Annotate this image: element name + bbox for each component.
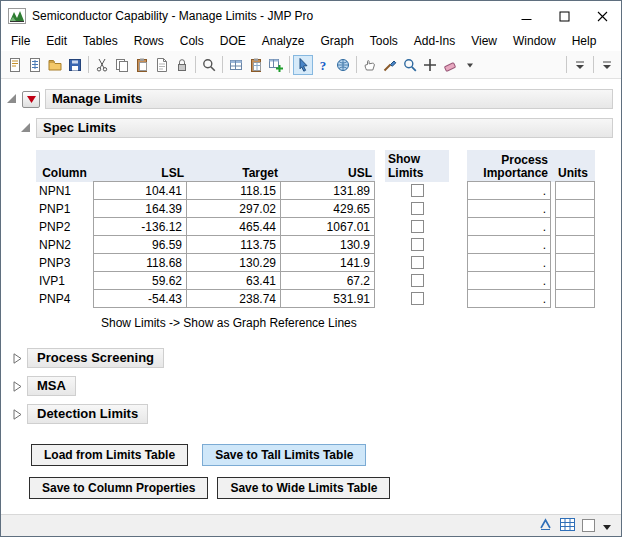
toolbar-options-icon[interactable] [597, 55, 617, 75]
disclosure-open-icon[interactable] [21, 123, 31, 133]
units-field[interactable] [555, 181, 595, 200]
show-limits-checkbox[interactable] [411, 256, 424, 269]
units-field[interactable] [555, 217, 595, 236]
process-importance-field[interactable] [467, 271, 551, 290]
save-to-column-properties-button[interactable]: Save to Column Properties [29, 477, 208, 499]
arrow-cursor-icon[interactable] [293, 55, 313, 75]
target-field[interactable] [187, 289, 281, 308]
grabber-icon[interactable] [360, 55, 380, 75]
help-icon[interactable]: ? [313, 55, 333, 75]
disclosure-closed-icon[interactable] [12, 409, 22, 420]
disclosure-open-icon[interactable] [7, 94, 17, 104]
show-limits-checkbox[interactable] [411, 292, 424, 305]
target-field[interactable] [187, 217, 281, 236]
new-journal-icon[interactable] [5, 55, 25, 75]
lock-icon[interactable] [172, 55, 192, 75]
show-limits-checkbox[interactable] [411, 202, 424, 215]
data-table-icon[interactable] [226, 55, 246, 75]
menu-add-ins[interactable]: Add-Ins [406, 32, 463, 50]
globe-icon[interactable] [333, 55, 353, 75]
menu-tools[interactable]: Tools [362, 32, 406, 50]
search-icon[interactable] [199, 55, 219, 75]
target-field[interactable] [187, 271, 281, 290]
process-importance-field[interactable] [467, 199, 551, 218]
target-field[interactable] [187, 235, 281, 254]
units-field[interactable] [555, 199, 595, 218]
show-limits-checkbox[interactable] [411, 184, 424, 197]
menu-doe[interactable]: DOE [212, 32, 254, 50]
units-field[interactable] [555, 271, 595, 290]
close-button[interactable] [583, 1, 621, 31]
magnifier-icon[interactable] [400, 55, 420, 75]
process-importance-field[interactable] [467, 289, 551, 308]
units-field[interactable] [555, 289, 595, 308]
target-field[interactable] [187, 253, 281, 272]
dropdown-arrow-icon[interactable] [602, 517, 612, 535]
usl-field[interactable] [281, 199, 375, 218]
process-screening-title[interactable]: Process Screening [27, 348, 164, 368]
save-to-tall-limits-table-button[interactable]: Save to Tall Limits Table [202, 444, 366, 466]
menu-view[interactable]: View [463, 32, 505, 50]
maximize-button[interactable] [545, 1, 583, 31]
process-importance-field[interactable] [467, 253, 551, 272]
add-data-table-icon[interactable] [266, 55, 286, 75]
lsl-field[interactable] [93, 271, 187, 290]
process-importance-field[interactable] [467, 181, 551, 200]
menu-file[interactable]: File [3, 32, 38, 50]
disclosure-closed-icon[interactable] [12, 381, 22, 392]
lsl-field[interactable] [93, 199, 187, 218]
caret-up-icon[interactable] [538, 516, 553, 535]
clipboard-table-icon[interactable] [246, 55, 266, 75]
toolbar-overflow-icon[interactable] [570, 55, 590, 75]
lsl-field[interactable] [93, 289, 187, 308]
status-checkbox[interactable] [582, 519, 595, 532]
new-data-table-icon[interactable] [25, 55, 45, 75]
units-field[interactable] [555, 253, 595, 272]
menu-graph[interactable]: Graph [312, 32, 361, 50]
usl-field[interactable] [281, 253, 375, 272]
journal-icon[interactable] [152, 55, 172, 75]
process-importance-field[interactable] [467, 235, 551, 254]
paste-icon[interactable] [132, 55, 152, 75]
show-limits-checkbox[interactable] [411, 274, 424, 287]
show-limits-checkbox[interactable] [411, 238, 424, 251]
show-limits-checkbox[interactable] [411, 220, 424, 233]
load-from-limits-table-button[interactable]: Load from Limits Table [31, 444, 188, 466]
usl-field[interactable] [281, 235, 375, 254]
open-icon[interactable] [45, 55, 65, 75]
menu-analyze[interactable]: Analyze [254, 32, 313, 50]
manage-limits-title[interactable]: Manage Limits [45, 89, 613, 109]
red-triangle-menu-button[interactable] [22, 91, 40, 108]
target-field[interactable] [187, 181, 281, 200]
lsl-field[interactable] [93, 235, 187, 254]
save-icon[interactable] [65, 55, 85, 75]
spec-limits-title[interactable]: Spec Limits [36, 118, 613, 138]
lsl-field[interactable] [93, 181, 187, 200]
units-field[interactable] [555, 235, 595, 254]
target-field[interactable] [187, 199, 281, 218]
menu-rows[interactable]: Rows [126, 32, 172, 50]
menu-window[interactable]: Window [505, 32, 564, 50]
lsl-field[interactable] [93, 217, 187, 236]
eraser-icon[interactable] [440, 55, 460, 75]
data-grid-icon[interactable] [560, 517, 575, 535]
copy-icon[interactable] [112, 55, 132, 75]
cut-icon[interactable] [92, 55, 112, 75]
detection-limits-title[interactable]: Detection Limits [27, 404, 148, 424]
tool-dropdown-icon[interactable] [460, 55, 480, 75]
disclosure-closed-icon[interactable] [12, 353, 22, 364]
minimize-button[interactable] [507, 1, 545, 31]
save-to-wide-limits-table-button[interactable]: Save to Wide Limits Table [217, 477, 390, 499]
brush-icon[interactable] [380, 55, 400, 75]
msa-title[interactable]: MSA [27, 376, 76, 396]
usl-field[interactable] [281, 217, 375, 236]
menu-tables[interactable]: Tables [75, 32, 126, 50]
crosshair-icon[interactable] [420, 55, 440, 75]
usl-field[interactable] [281, 271, 375, 290]
menu-cols[interactable]: Cols [172, 32, 212, 50]
process-importance-field[interactable] [467, 217, 551, 236]
menu-edit[interactable]: Edit [38, 32, 75, 50]
usl-field[interactable] [281, 181, 375, 200]
usl-field[interactable] [281, 289, 375, 308]
lsl-field[interactable] [93, 253, 187, 272]
